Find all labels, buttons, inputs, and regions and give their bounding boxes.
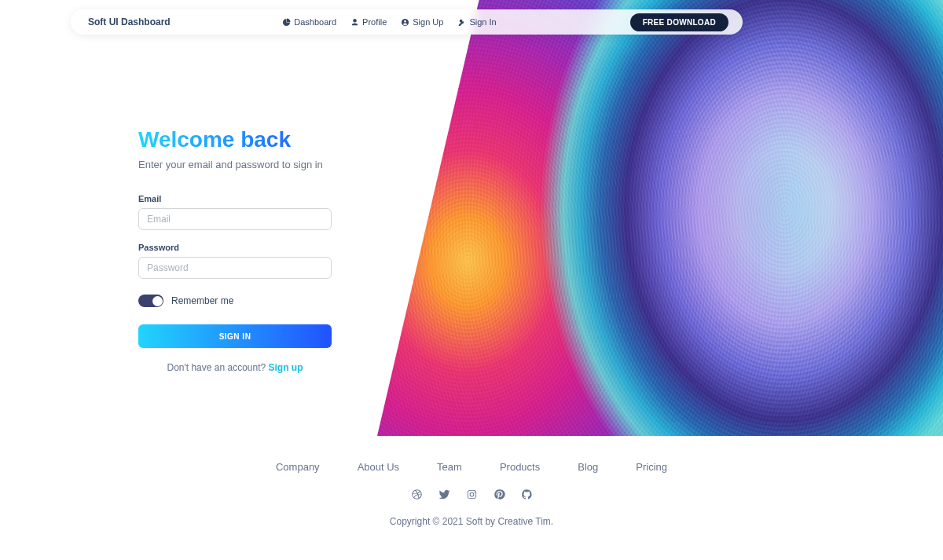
signup-prompt-text: Don't have an account? bbox=[167, 362, 268, 373]
password-field[interactable] bbox=[138, 257, 332, 279]
footer-link-team[interactable]: Team bbox=[437, 461, 462, 473]
footer-link-company[interactable]: Company bbox=[276, 461, 320, 473]
free-download-button[interactable]: FREE DOWNLOAD bbox=[630, 13, 728, 31]
signup-link[interactable]: Sign up bbox=[269, 362, 303, 373]
nav-link-signup[interactable]: Sign Up bbox=[401, 17, 443, 27]
remember-me-label: Remember me bbox=[171, 295, 233, 306]
brand-title: Soft UI Dashboard bbox=[88, 16, 171, 27]
nav-link-signin[interactable]: Sign In bbox=[457, 17, 496, 27]
top-navbar: Soft UI Dashboard Dashboard Profile Sign… bbox=[71, 9, 743, 35]
user-icon bbox=[350, 18, 359, 27]
nav-link-label: Profile bbox=[362, 17, 387, 27]
dribbble-icon[interactable] bbox=[411, 489, 423, 500]
footer-link-about[interactable]: About Us bbox=[358, 461, 399, 473]
page-footer: Company About Us Team Products Blog Pric… bbox=[0, 436, 943, 560]
signup-prompt: Don't have an account? Sign up bbox=[138, 362, 332, 373]
remember-me-row: Remember me bbox=[138, 295, 332, 307]
page-subtitle: Enter your email and password to sign in bbox=[138, 159, 332, 170]
nav-link-profile[interactable]: Profile bbox=[350, 17, 387, 27]
footer-link-blog[interactable]: Blog bbox=[578, 461, 598, 473]
nav-link-label: Dashboard bbox=[294, 17, 336, 27]
twitter-icon[interactable] bbox=[438, 489, 450, 500]
signin-form: Welcome back Enter your email and passwo… bbox=[138, 127, 332, 373]
email-label: Email bbox=[138, 194, 332, 203]
signin-button[interactable]: SIGN IN bbox=[138, 324, 332, 348]
pinterest-icon[interactable] bbox=[494, 489, 505, 500]
footer-links-row: Company About Us Team Products Blog Pric… bbox=[276, 461, 667, 473]
pie-chart-icon bbox=[282, 18, 291, 27]
social-icons-row bbox=[411, 489, 533, 500]
nav-link-dashboard[interactable]: Dashboard bbox=[282, 17, 336, 27]
password-label: Password bbox=[138, 243, 332, 252]
user-circle-icon bbox=[401, 18, 409, 27]
footer-link-pricing[interactable]: Pricing bbox=[636, 461, 667, 473]
github-icon[interactable] bbox=[521, 489, 533, 500]
remember-me-toggle[interactable] bbox=[138, 295, 163, 307]
key-icon bbox=[457, 18, 466, 27]
footer-link-products[interactable]: Products bbox=[500, 461, 540, 473]
instagram-icon[interactable] bbox=[466, 489, 478, 500]
nav-link-label: Sign Up bbox=[413, 17, 443, 27]
hero-background-image bbox=[377, 0, 943, 436]
page-title: Welcome back bbox=[138, 127, 332, 152]
email-field[interactable] bbox=[138, 208, 332, 230]
copyright-text: Copyright © 2021 Soft by Creative Tim. bbox=[390, 516, 553, 527]
nav-links-group: Dashboard Profile Sign Up Sign In bbox=[282, 17, 496, 27]
nav-link-label: Sign In bbox=[469, 17, 496, 27]
